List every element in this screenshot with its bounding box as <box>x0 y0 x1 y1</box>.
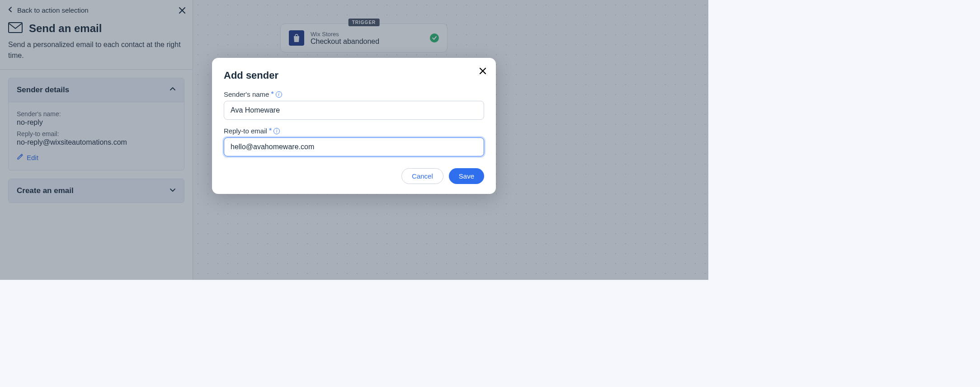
reply-email-field-label: Reply-to email * i <box>224 127 484 135</box>
add-sender-modal: Add sender Sender's name * i Reply-to em… <box>212 58 496 194</box>
sender-name-input[interactable] <box>224 101 484 120</box>
required-asterisk: * <box>269 127 272 135</box>
info-icon[interactable]: i <box>276 91 282 98</box>
reply-email-input[interactable] <box>224 137 484 156</box>
sender-name-label-text: Sender's name <box>224 90 269 98</box>
modal-actions: Cancel Save <box>224 168 484 184</box>
required-asterisk: * <box>271 91 273 98</box>
modal-title: Add sender <box>224 70 484 81</box>
save-button[interactable]: Save <box>449 168 484 184</box>
cancel-button[interactable]: Cancel <box>401 168 443 184</box>
close-modal-button[interactable] <box>479 67 487 77</box>
reply-email-label-text: Reply-to email <box>224 127 267 135</box>
info-icon[interactable]: i <box>273 128 280 134</box>
sender-name-field-label: Sender's name * i <box>224 90 484 98</box>
